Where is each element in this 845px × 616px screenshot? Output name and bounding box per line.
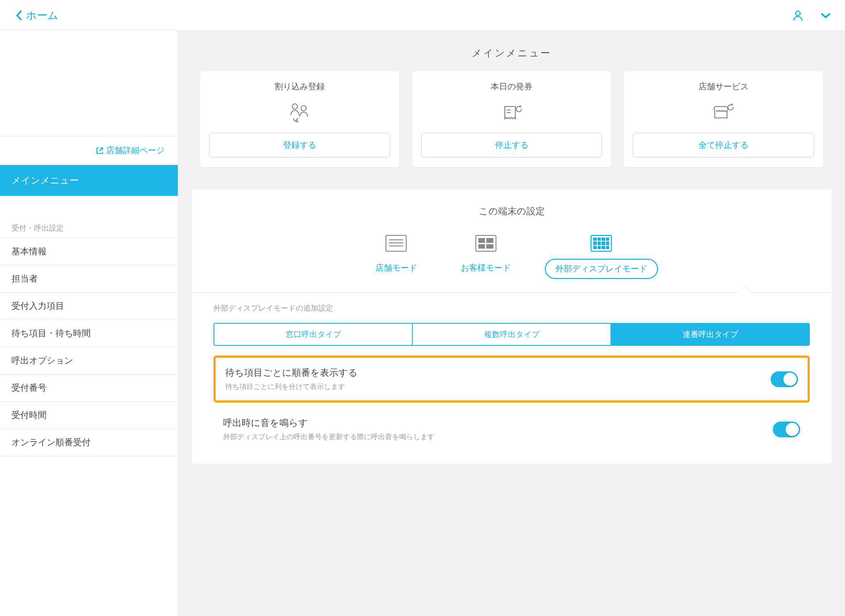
external-display-mode-icon <box>591 235 612 252</box>
store-refresh-icon <box>711 100 736 125</box>
svg-point-2 <box>301 106 306 111</box>
option-call-sound: 呼出時に音を鳴らす 外部ディスプレイ上の呼出番号を更新する際に呼出音を鳴らします <box>213 408 810 451</box>
mode-label: 外部ディスプレイモード <box>545 259 658 279</box>
mode-label: お客様モード <box>451 259 521 277</box>
chevron-left-icon <box>15 9 22 22</box>
tab-window-call[interactable]: 窓口呼出タイプ <box>214 324 413 345</box>
option-title: 呼出時に音を鳴らす <box>223 417 434 429</box>
option-desc: 待ち項目ごとに列を分けて表示します <box>225 382 358 392</box>
people-swap-icon <box>287 100 312 125</box>
mode-external-display[interactable]: 外部ディスプレイモード <box>545 235 658 279</box>
register-button[interactable]: 登録する <box>209 133 390 158</box>
external-display-subpanel: 外部ディスプレイモードの追加設定 窓口呼出タイプ 複数呼出タイプ 連番呼出タイプ… <box>191 292 832 464</box>
sidebar-header-spacer <box>0 31 178 136</box>
option-text: 待ち項目ごとに順番を表示する 待ち項目ごとに列を分けて表示します <box>225 367 358 392</box>
customer-mode-icon <box>475 235 496 252</box>
store-mode-icon <box>386 235 407 252</box>
sidebar-item[interactable]: 待ち項目・待ち時間 <box>0 320 178 347</box>
main-content: メインメニュー 割り込み登録 登録する 本日の発券 停止する 店舗サービス <box>178 31 845 616</box>
sidebar-item[interactable]: オンライン順番受付 <box>0 429 178 456</box>
subpanel-title: 外部ディスプレイモードの追加設定 <box>213 303 810 313</box>
sidebar-section-header: 受付・呼出設定 <box>0 218 178 238</box>
option-text: 呼出時に音を鳴らす 外部ディスプレイ上の呼出番号を更新する際に呼出音を鳴らします <box>223 417 434 442</box>
mode-store[interactable]: 店舗モード <box>366 235 427 279</box>
toggle-call-sound[interactable] <box>773 422 800 437</box>
user-icon[interactable] <box>792 9 804 22</box>
external-link-icon <box>96 147 103 154</box>
stop-button[interactable]: 停止する <box>421 133 603 158</box>
sidebar-item[interactable]: 受付入力項目 <box>0 293 178 320</box>
device-settings-panel: この端末の設定 店舗モード お客様モード 外部ディスプレイモード 外部ディスプレ… <box>191 189 832 464</box>
sidebar-item-main-menu[interactable]: メインメニュー <box>0 165 178 196</box>
top-right <box>792 9 832 22</box>
store-detail-label: 店舗詳細ページ <box>106 145 165 156</box>
device-settings-title: この端末の設定 <box>191 189 832 235</box>
top-bar: ホーム <box>0 0 845 31</box>
tab-sequential-call[interactable]: 連番呼出タイプ <box>611 324 809 345</box>
card-interrupt-register: 割り込み登録 登録する <box>200 71 399 167</box>
svg-point-0 <box>796 11 801 15</box>
stop-all-button[interactable]: 全て停止する <box>633 133 814 158</box>
sidebar-gap <box>0 196 178 218</box>
card-title: 本日の発券 <box>491 81 533 92</box>
toggle-show-per-item[interactable] <box>771 371 798 387</box>
back-label: ホーム <box>26 8 59 22</box>
mode-customer[interactable]: お客様モード <box>451 235 521 279</box>
sidebar-item[interactable]: 受付番号 <box>0 374 178 402</box>
option-desc: 外部ディスプレイ上の呼出番号を更新する際に呼出音を鳴らします <box>223 433 434 442</box>
sidebar-item[interactable]: 担当者 <box>0 265 178 293</box>
sidebar: 店舗詳細ページ メインメニュー 受付・呼出設定 基本情報 担当者 受付入力項目 … <box>0 31 178 616</box>
svg-point-1 <box>292 104 298 109</box>
back-button[interactable]: ホーム <box>15 8 59 22</box>
card-today-ticket: 本日の発券 停止する <box>412 71 611 167</box>
main-menu-title: メインメニュー <box>178 31 845 71</box>
call-type-tabs: 窓口呼出タイプ 複数呼出タイプ 連番呼出タイプ <box>213 323 810 346</box>
chevron-down-icon[interactable] <box>819 9 832 22</box>
store-detail-link[interactable]: 店舗詳細ページ <box>0 136 178 165</box>
sidebar-item[interactable]: 基本情報 <box>0 238 178 265</box>
card-title: 店舗サービス <box>698 81 749 92</box>
mode-label: 店舗モード <box>366 259 427 277</box>
mode-pointer <box>738 286 750 293</box>
card-store-service: 店舗サービス 全て停止する <box>624 71 823 167</box>
sidebar-item[interactable]: 呼出オプション <box>0 347 178 374</box>
ticket-refresh-icon <box>500 100 524 125</box>
sidebar-item[interactable]: 受付時間 <box>0 402 178 429</box>
mode-selector: 店舗モード お客様モード 外部ディスプレイモード <box>191 235 832 292</box>
option-title: 待ち項目ごとに順番を表示する <box>225 367 358 379</box>
option-show-per-item: 待ち項目ごとに順番を表示する 待ち項目ごとに列を分けて表示します <box>213 356 810 403</box>
action-cards: 割り込み登録 登録する 本日の発券 停止する 店舗サービス 全て停止する <box>178 71 845 189</box>
tab-multi-call[interactable]: 複数呼出タイプ <box>413 324 611 345</box>
card-title: 割り込み登録 <box>275 81 325 92</box>
